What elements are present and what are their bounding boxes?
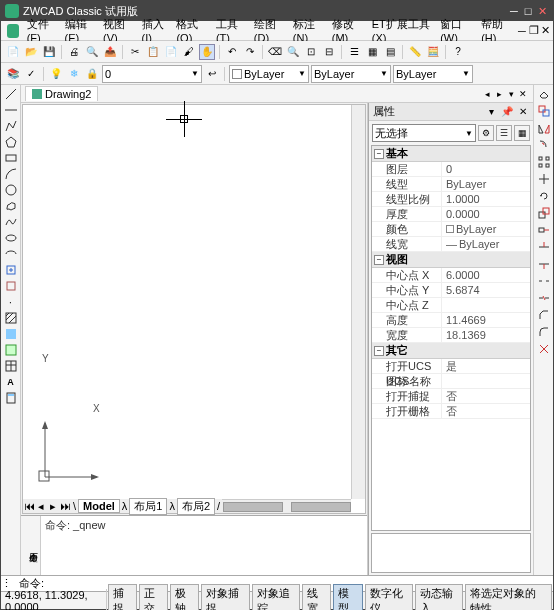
prop-row-cy[interactable]: 中心点 Y5.6874 [372, 283, 530, 298]
layer-on-icon[interactable]: 💡 [48, 66, 64, 82]
zoom-window-button[interactable]: ⊡ [303, 44, 319, 60]
status-ortho[interactable]: 正交 [139, 584, 168, 611]
model-tab[interactable]: Model [78, 499, 120, 513]
layer-prev-button[interactable]: ↩ [204, 66, 220, 82]
h-scroll-thumb2[interactable] [291, 502, 351, 512]
prop-row-ucsicon[interactable]: 打开UCS图标是 [372, 359, 530, 374]
maximize-button[interactable]: □ [521, 4, 535, 18]
status-polar[interactable]: 极轴 [170, 584, 199, 611]
table-tool[interactable] [4, 359, 18, 373]
prop-row-thickness[interactable]: 厚度0.0000 [372, 207, 530, 222]
pickadd-button[interactable]: ☰ [496, 125, 512, 141]
prop-row-cz[interactable]: 中心点 Z [372, 298, 530, 313]
array-tool[interactable] [537, 155, 551, 169]
h-scroll-thumb[interactable] [223, 502, 283, 512]
region-tool[interactable] [4, 343, 18, 357]
status-otrack[interactable]: 对象追踪 [252, 584, 300, 611]
redo-button[interactable]: ↷ [242, 44, 258, 60]
paste-button[interactable]: 📄 [163, 44, 179, 60]
status-dyn[interactable]: 动态输入 [415, 584, 463, 611]
status-qp[interactable]: 将选定对象的特性 [465, 584, 552, 611]
layer-lock-icon[interactable]: 🔒 [84, 66, 100, 82]
rectangle-tool[interactable] [4, 151, 18, 165]
fillet-tool[interactable] [537, 325, 551, 339]
pan-button[interactable]: ✋ [199, 44, 215, 60]
selection-dropdown[interactable]: 无选择 ▼ [372, 124, 476, 142]
prop-row-cx[interactable]: 中心点 X6.0000 [372, 268, 530, 283]
copy-button[interactable]: 📋 [145, 44, 161, 60]
join-tool[interactable] [537, 291, 551, 305]
xline-tool[interactable] [4, 103, 18, 117]
tab-left-button[interactable]: ◂ [481, 88, 493, 100]
quickselect-button[interactable]: ⚙ [478, 125, 494, 141]
tab-right-button[interactable]: ▸ [493, 88, 505, 100]
drawing-canvas[interactable]: Y X ⏮ ◂ ▸ ⏭ \ Model [22, 104, 366, 514]
spline-tool[interactable] [4, 215, 18, 229]
calc-button[interactable]: 🧮 [425, 44, 441, 60]
status-snap[interactable]: 捕捉 [108, 584, 137, 611]
category-basic[interactable]: −基本 [372, 146, 530, 162]
tab-menu-button[interactable]: ▾ [505, 88, 517, 100]
prop-row-width[interactable]: 宽度18.1369 [372, 328, 530, 343]
arc-tool[interactable] [4, 167, 18, 181]
document-tab[interactable]: Drawing2 [25, 86, 98, 101]
layer-freeze-icon[interactable]: ❄ [66, 66, 82, 82]
new-button[interactable]: 📄 [5, 44, 21, 60]
doc-close-button[interactable]: ✕ [539, 24, 551, 38]
layer-manager-button[interactable]: 📚 [5, 66, 21, 82]
category-other[interactable]: −其它 [372, 343, 530, 359]
status-lwt[interactable]: 线宽 [302, 584, 331, 611]
revcloud-tool[interactable] [4, 199, 18, 213]
chamfer-tool[interactable] [537, 308, 551, 322]
tab-next-button[interactable]: ▸ [47, 500, 59, 513]
cut-button[interactable]: ✂ [127, 44, 143, 60]
panel-close-button[interactable]: ✕ [517, 106, 529, 118]
tab-prev-button[interactable]: ◂ [35, 500, 47, 513]
dist-button[interactable]: 📏 [407, 44, 423, 60]
polygon-tool[interactable] [4, 135, 18, 149]
selectobjs-button[interactable]: ▦ [514, 125, 530, 141]
trim-tool[interactable] [537, 240, 551, 254]
extend-tool[interactable] [537, 257, 551, 271]
prop-row-ltscale[interactable]: 线型比例1.0000 [372, 192, 530, 207]
matchprop-button[interactable]: 🖌 [181, 44, 197, 60]
prop-row-layer[interactable]: 图层0 [372, 162, 530, 177]
insert-block-tool[interactable] [4, 263, 18, 277]
point-tool[interactable]: · [4, 295, 18, 309]
stretch-tool[interactable] [537, 223, 551, 237]
prop-row-height[interactable]: 高度11.4669 [372, 313, 530, 328]
collapse-icon[interactable]: − [374, 346, 384, 356]
category-view[interactable]: −视图 [372, 252, 530, 268]
ellipse-arc-tool[interactable] [4, 247, 18, 261]
props-button[interactable]: ☰ [346, 44, 362, 60]
zoom-prev-button[interactable]: ⊟ [321, 44, 337, 60]
panel-pin-button[interactable]: 📌 [501, 106, 513, 118]
break-tool[interactable] [537, 274, 551, 288]
prop-row-lineweight[interactable]: 线宽— ByLayer [372, 237, 530, 252]
publish-button[interactable]: 📤 [102, 44, 118, 60]
coordinate-display[interactable]: 4.9618, 11.3029, 0.0000 [1, 589, 107, 611]
layer-select[interactable]: 0 ▼ [102, 65, 202, 83]
lineweight-select[interactable]: ByLayer ▼ [393, 65, 473, 83]
tab-first-button[interactable]: ⏮ [23, 500, 35, 512]
prop-row-grid[interactable]: 打开栅格否 [372, 404, 530, 419]
close-button[interactable]: ✕ [535, 4, 549, 18]
copy-tool[interactable] [537, 104, 551, 118]
line-tool[interactable] [4, 87, 18, 101]
prop-row-linetype[interactable]: 线型ByLayer [372, 177, 530, 192]
scrollbar-vertical[interactable] [351, 105, 365, 499]
undo-button[interactable]: ↶ [224, 44, 240, 60]
scale-tool[interactable] [537, 206, 551, 220]
move-tool[interactable] [537, 172, 551, 186]
rotate-tool[interactable] [537, 189, 551, 203]
status-tablet[interactable]: 数字化仪 [365, 584, 413, 611]
collapse-icon[interactable]: − [374, 149, 384, 159]
layer-states-button[interactable]: ✓ [23, 66, 39, 82]
gradient-tool[interactable] [4, 327, 18, 341]
erase-button[interactable]: ⌫ [267, 44, 283, 60]
explode-tool[interactable] [537, 342, 551, 356]
hatch-tool[interactable] [4, 311, 18, 325]
help-button[interactable]: ? [450, 44, 466, 60]
linetype-select[interactable]: ByLayer ▼ [311, 65, 391, 83]
prop-row-snap[interactable]: 打开捕捉否 [372, 389, 530, 404]
